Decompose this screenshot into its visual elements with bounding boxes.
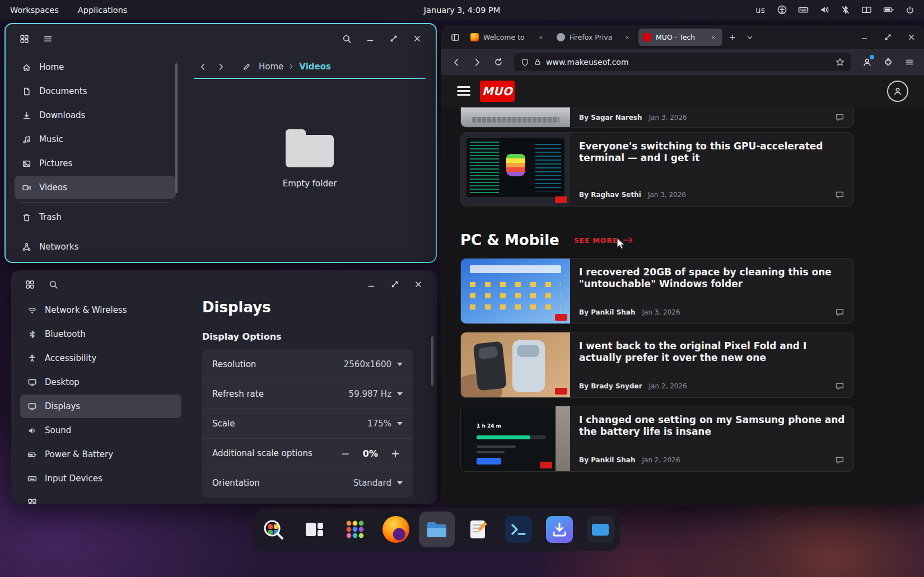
article-title[interactable]: I changed one setting on my Samsung phon… [579,414,848,438]
tab-firefox-privacy[interactable]: Firefox Priva [552,29,636,46]
article-title[interactable]: I recovered 20GB of space by cleaning th… [579,266,848,290]
extensions-puzzle-icon[interactable] [879,53,897,71]
sidebar-item-bluetooth[interactable]: Bluetooth [20,322,181,346]
bookmark-star-icon[interactable] [836,58,844,67]
sidebar-item-trash[interactable]: Trash [15,205,176,229]
article-card[interactable]: I went back to the original Pixel Fold a… [460,332,854,398]
back-button[interactable] [195,59,211,74]
resolution-row[interactable]: Resolution 2560x1600 [202,349,413,379]
edit-path-icon[interactable] [239,59,254,74]
settings-grid-view-icon[interactable] [20,275,39,294]
reload-button[interactable] [489,53,507,71]
muo-logo[interactable]: MUO [480,81,515,102]
tab-welcome[interactable]: Welcome to [466,29,550,46]
settings-minimize-button[interactable] [362,275,381,294]
article-author[interactable]: By Brady Snyder [579,382,642,390]
sidebar-item-accessibility[interactable]: Accessibility [20,346,181,370]
orientation-row[interactable]: Orientation Standard [202,468,413,498]
comments-icon[interactable] [835,308,844,317]
dock-app-library-icon[interactable] [337,512,373,547]
sidebar-item-networks[interactable]: Networks [15,235,176,259]
sidebar-item-documents[interactable]: Documents [15,79,176,103]
back-button[interactable] [447,53,465,71]
scale-increase-button[interactable]: + [388,447,403,459]
site-account-avatar[interactable] [887,81,908,102]
comments-icon[interactable] [835,382,844,391]
scale-decrease-button[interactable]: − [338,447,353,459]
sidebar-item-network-wireless[interactable]: Network & Wireless [20,298,181,322]
sidebar-item-displays[interactable]: Displays [20,395,181,418]
files-sidebar-scrollbar[interactable] [175,63,178,193]
forward-button[interactable] [213,59,228,74]
sidebar-item-pictures[interactable]: Pictures [15,152,176,175]
article-card[interactable]: I recovered 20GB of space by cleaning th… [460,258,854,324]
tracking-protection-shield-icon[interactable] [521,58,529,67]
breadcrumb-current[interactable]: Videos [297,62,333,72]
breadcrumb-home[interactable]: Home [256,62,286,72]
dock-terminal-icon[interactable] [501,512,536,547]
tab-list-dropdown-icon[interactable] [743,30,757,45]
keyboard-applet-icon[interactable] [796,4,810,16]
article-card[interactable]: 1 h 24 m I changed one setting on my Sam… [460,406,854,472]
files-search-icon[interactable] [337,29,356,48]
sidebar-item-desktop[interactable]: Desktop [20,370,181,394]
files-menu-icon[interactable] [38,29,57,48]
sidebar-item-sound[interactable]: Sound [20,419,181,442]
app-menu-icon[interactable] [900,53,918,71]
tab-close-icon[interactable] [623,33,632,42]
files-maximize-button[interactable] [384,29,403,48]
sidebar-item-home[interactable]: Home [15,55,176,79]
article-author[interactable]: By Pankil Shah [579,456,635,464]
sidebar-item-power-battery[interactable]: Power & Battery [20,443,181,466]
dock-workspaces-icon[interactable] [296,512,332,547]
comments-icon[interactable] [835,456,844,465]
dock-store-icon[interactable] [542,512,577,547]
input-source-applet[interactable]: us [753,4,767,16]
article-author[interactable]: By Raghav Sethi [579,191,641,199]
workspaces-button[interactable]: Workspaces [8,4,61,16]
see-more-link[interactable]: SEE MORE [574,236,635,245]
lock-icon[interactable] [534,58,542,66]
sidebar-item-videos[interactable]: Videos [15,176,176,199]
files-minimize-button[interactable] [361,29,380,48]
window-close-button[interactable] [904,30,918,45]
sidebar-item-partial[interactable] [20,491,181,504]
article-author[interactable]: By Pankil Shah [579,308,635,316]
dock-launcher-icon[interactable] [255,512,291,547]
power-applet-icon[interactable] [904,4,916,16]
sidebar-item-music[interactable]: Music [15,128,176,151]
article-card[interactable]: Everyone's switching to this GPU-acceler… [460,132,854,207]
window-maximize-button[interactable] [880,30,895,45]
comments-icon[interactable] [835,190,844,200]
dock-text-editor-icon[interactable] [460,512,496,547]
settings-search-icon[interactable] [44,275,63,294]
sidebar-item-input-devices[interactable]: Input Devices [20,467,181,490]
tab-muo-active[interactable]: MUO - Tech [638,29,722,46]
account-icon[interactable] [858,53,876,71]
new-tab-button[interactable] [725,30,740,45]
accessibility-applet-icon[interactable] [776,4,788,16]
settings-scrollbar[interactable] [431,336,433,386]
applications-button[interactable]: Applications [76,4,130,16]
article-title[interactable]: Everyone's switching to this GPU-acceler… [579,140,848,164]
settings-maximize-button[interactable] [385,275,404,294]
battery-applet-icon[interactable] [881,4,895,16]
files-titlebar[interactable] [6,24,436,53]
firefox-view-icon[interactable] [447,29,464,46]
site-menu-icon[interactable] [457,86,470,96]
url-text[interactable]: www.makeuseof.com [546,58,831,67]
article-title[interactable]: I went back to the original Pixel Fold a… [579,340,848,364]
url-bar[interactable]: www.makeuseof.com [514,53,851,71]
files-close-button[interactable] [408,29,427,48]
dock-files-icon[interactable] [419,512,455,547]
scale-row[interactable]: Scale 175% [202,409,413,438]
sidebar-item-downloads[interactable]: Downloads [15,104,176,127]
window-minimize-button[interactable] [857,30,871,45]
clock-applet[interactable]: January 3, 4:09 PM [424,0,500,20]
article-card-partial[interactable]: By Sagar Naresh Jan 3, 2026 [460,107,854,128]
settings-close-button[interactable] [409,275,428,294]
files-grid-view-icon[interactable] [15,29,34,48]
dock-firefox-icon[interactable] [378,512,414,547]
comments-icon[interactable] [835,112,844,122]
tab-close-icon[interactable] [536,33,545,42]
